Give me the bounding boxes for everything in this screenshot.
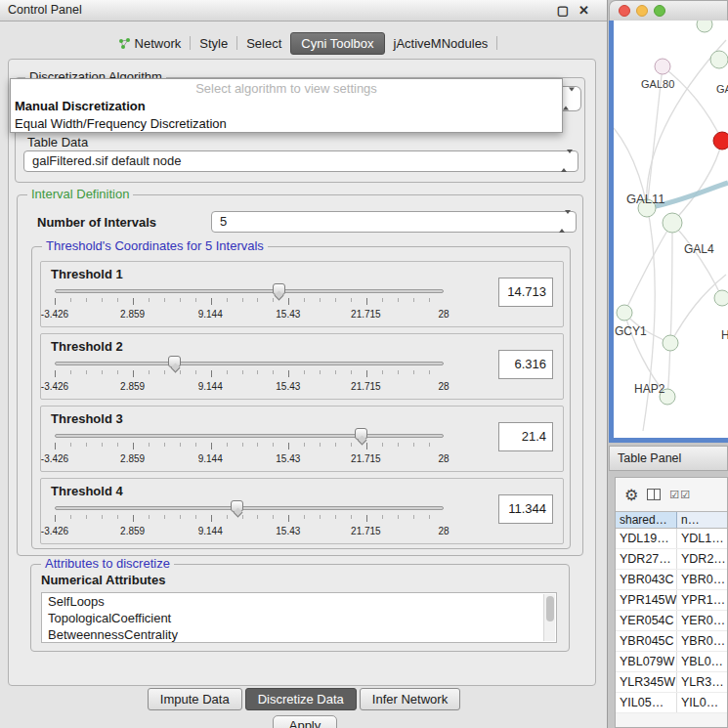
- table-row[interactable]: YBL079WYBL0…: [616, 652, 727, 672]
- threshold-slider[interactable]: -3.426 2.859 9.144 15.43 21.715 28: [55, 285, 444, 324]
- menu-item-equal-width-frequency[interactable]: Equal Width/Frequency Discretization: [11, 115, 562, 133]
- table-row[interactable]: YDR27…YDR2…: [616, 549, 727, 570]
- network-canvas[interactable]: GAL80 GA GAL11 GAL4 GCY1 H HAP2: [614, 21, 728, 438]
- table-row[interactable]: YDL19…YDL1…: [616, 529, 727, 549]
- table-panel: ⚙ ☑☑ shared… n… YDL19…YDL1… YDR27…YDR2… …: [615, 477, 728, 728]
- tick-label: 9.144: [198, 453, 223, 464]
- table-cell[interactable]: YIL0…: [677, 693, 727, 712]
- table-cell[interactable]: YPR1…: [677, 590, 727, 610]
- threshold-value-field[interactable]: 6.316: [498, 350, 553, 379]
- scrollbar-thumb[interactable]: [546, 596, 554, 621]
- table-cell[interactable]: YBL079W: [616, 652, 677, 671]
- table-cell[interactable]: YLR3…: [677, 672, 727, 692]
- table-cell[interactable]: YER0…: [677, 611, 727, 630]
- node[interactable]: [617, 305, 632, 321]
- table-panel-titlebar: Table Panel: [609, 446, 728, 471]
- table-cell[interactable]: YDL19…: [616, 529, 677, 548]
- network-icon: [118, 37, 131, 50]
- threshold-value-field[interactable]: 21.4: [498, 422, 553, 451]
- node-label: GCY1: [615, 324, 647, 338]
- tab-select[interactable]: Select: [237, 32, 290, 55]
- table-row[interactable]: YLR345WYLR3…: [616, 672, 727, 693]
- tab-network[interactable]: Network: [109, 32, 191, 55]
- number-of-intervals-combobox[interactable]: 5: [211, 211, 577, 233]
- tick-label: -3.426: [41, 381, 68, 392]
- table-cell[interactable]: YBR045C: [616, 631, 677, 651]
- threshold-value-field[interactable]: 11.344: [498, 494, 553, 524]
- table-cell[interactable]: YDL1…: [677, 529, 727, 548]
- threshold-value-field[interactable]: 14.713: [498, 278, 553, 307]
- node[interactable]: [714, 290, 728, 306]
- tick-label: 2.859: [120, 453, 145, 464]
- close-icon[interactable]: ✕: [578, 0, 589, 21]
- table-row[interactable]: YER054CYER0…: [616, 611, 727, 631]
- tick-label: 28: [438, 381, 449, 392]
- table-cell[interactable]: YBR0…: [677, 570, 727, 589]
- select-columns-icon[interactable]: ☑☑: [669, 489, 691, 501]
- tick-label: 2.859: [120, 309, 145, 320]
- node[interactable]: [663, 335, 678, 351]
- tab-impute-data[interactable]: Impute Data: [148, 688, 242, 710]
- table-cell[interactable]: YIL05…: [616, 693, 677, 712]
- table-cell[interactable]: YBR043C: [616, 570, 677, 589]
- table-data-combobox[interactable]: galFiltered.sif default node: [23, 150, 578, 172]
- node[interactable]: [710, 51, 728, 68]
- node-label: GAL80: [641, 78, 674, 90]
- menu-item-manual-discretization[interactable]: Manual Discretization: [11, 98, 562, 115]
- algorithm-combobox-edge[interactable]: [563, 86, 581, 111]
- table-row[interactable]: YBR045CYBR0…: [616, 631, 727, 652]
- columns-icon[interactable]: [647, 489, 661, 500]
- tab-cyni-toolbox[interactable]: Cyni Toolbox: [290, 32, 384, 55]
- tab-label: Network: [135, 36, 182, 51]
- tab-style[interactable]: Style: [191, 32, 236, 55]
- column-header[interactable]: n…: [677, 512, 727, 528]
- attributes-group: Attributes to discretize Numerical Attri…: [30, 564, 570, 652]
- slider-thumb[interactable]: [355, 428, 367, 440]
- network-view-window: GAL80 GA GAL11 GAL4 GCY1 H HAP2: [609, 0, 728, 443]
- threshold-slider[interactable]: -3.426 2.859 9.144 15.43 21.715 28: [55, 430, 444, 469]
- slider-major-ticks: [55, 443, 445, 450]
- table-row[interactable]: YBR043CYBR0…: [616, 570, 727, 590]
- list-scrollbar[interactable]: [543, 594, 555, 641]
- zoom-traffic-light-icon[interactable]: [654, 5, 665, 17]
- column-header[interactable]: shared…: [616, 512, 677, 528]
- number-of-intervals-value: 5: [220, 214, 227, 229]
- close-traffic-light-icon[interactable]: [619, 5, 630, 17]
- titlebar: Control Panel ▢ ✕: [0, 0, 607, 21]
- tab-infer-network[interactable]: Infer Network: [360, 688, 460, 710]
- table-cell[interactable]: YBR0…: [677, 631, 727, 651]
- node[interactable]: [655, 59, 670, 74]
- combo-stepper-icon: [559, 212, 571, 232]
- table-row[interactable]: YPR145WYPR1…: [616, 590, 727, 611]
- network-edges: [614, 40, 726, 431]
- list-item[interactable]: SelfLoops: [42, 593, 556, 610]
- minimize-traffic-light-icon[interactable]: [636, 5, 648, 17]
- numerical-attributes-label: Numerical Attributes: [41, 573, 165, 587]
- table-cell[interactable]: YPR145W: [616, 590, 677, 610]
- tab-discretize-data[interactable]: Discretize Data: [245, 688, 357, 710]
- node[interactable]: [697, 21, 712, 32]
- selected-node[interactable]: [713, 132, 728, 150]
- gear-icon[interactable]: ⚙: [624, 486, 638, 504]
- float-window-icon[interactable]: ▢: [557, 0, 569, 21]
- list-item[interactable]: TopologicalCoefficient: [42, 610, 556, 626]
- threshold-slider[interactable]: -3.426 2.859 9.144 15.43 21.715 28: [55, 358, 444, 397]
- slider-thumb[interactable]: [273, 283, 285, 295]
- table-row[interactable]: YIL05…YIL0…: [616, 693, 727, 713]
- node[interactable]: [663, 213, 682, 233]
- table-cell[interactable]: YBL0…: [677, 652, 727, 671]
- table-cell[interactable]: YDR27…: [616, 549, 677, 569]
- list-item[interactable]: BetweennessCentrality: [42, 626, 556, 643]
- table-cell[interactable]: YLR345W: [616, 672, 677, 692]
- slider-thumb[interactable]: [168, 356, 181, 367]
- top-tabbar: Network Style Select Cyni Toolbox jActiv…: [0, 29, 607, 57]
- slider-thumb[interactable]: [231, 500, 243, 512]
- tick-label: 9.144: [198, 381, 223, 392]
- table-cell[interactable]: YDR2…: [677, 549, 727, 569]
- tab-jactivemnodules[interactable]: jActiveMNodules: [385, 32, 497, 55]
- threshold-slider[interactable]: -3.426 2.859 9.144 15.43 21.715 28: [55, 502, 444, 541]
- tick-label: 21.715: [351, 381, 381, 392]
- apply-button[interactable]: Apply: [273, 715, 337, 728]
- table-cell[interactable]: YER054C: [616, 611, 677, 630]
- slider-track: [55, 362, 444, 365]
